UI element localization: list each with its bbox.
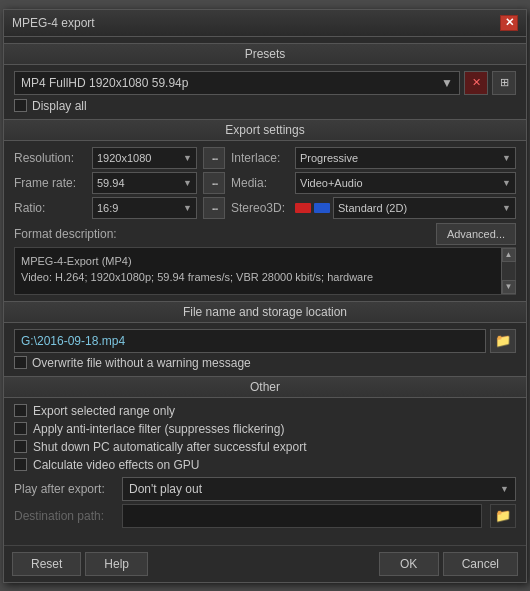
frame-rate-more-button[interactable]: ··· [203,172,225,194]
cancel-button[interactable]: Cancel [443,552,518,576]
file-location-section-header: File name and storage location [4,301,526,323]
ratio-label: Ratio: [14,201,86,215]
display-all-row: Display all [14,99,516,113]
resolution-more-button[interactable]: ··· [203,147,225,169]
delete-preset-button[interactable]: ✕ [464,71,488,95]
resolution-label: Resolution: [14,151,86,165]
frame-rate-dropdown[interactable]: 59.94 ▼ [92,172,197,194]
overwrite-row: Overwrite file without a warning message [14,356,516,370]
other-options: Export selected range only Apply anti-in… [14,404,516,472]
resolution-dropdown[interactable]: 1920x1080 ▼ [92,147,197,169]
dest-path-label: Destination path: [14,509,114,523]
presets-section-header: Presets [4,43,526,65]
interlace-dropdown[interactable]: Progressive ▼ [295,147,516,169]
ratio-more-button[interactable]: ··· [203,197,225,219]
stereo3d-dropdown[interactable]: Standard (2D) ▼ [333,197,516,219]
presets-row: MP4 FullHD 1920x1080 59.94p ▼ ✕ ⊞ [14,71,516,95]
option-row-4: Calculate video effects on GPU [14,458,516,472]
format-desc-row: Format description: Advanced... [14,223,516,245]
interlace-value: Progressive [300,152,358,164]
export-settings-section-header: Export settings [4,119,526,141]
option-row-2: Apply anti-interlace filter (suppresses … [14,422,516,436]
play-after-value: Don't play out [129,482,202,496]
ratio-value: 16:9 [97,202,118,214]
export-range-checkbox[interactable] [14,404,27,417]
preset-value: MP4 FullHD 1920x1080 59.94p [21,76,188,90]
play-after-row: Play after export: Don't play out ▼ [14,477,516,501]
play-after-arrow: ▼ [500,484,509,494]
shutdown-label: Shut down PC automatically after success… [33,440,306,454]
close-button[interactable]: ✕ [500,15,518,31]
file-path-input[interactable] [14,329,486,353]
frame-rate-arrow: ▼ [183,178,192,188]
export-range-label: Export selected range only [33,404,175,418]
play-after-label: Play after export: [14,482,114,496]
shutdown-checkbox[interactable] [14,440,27,453]
footer-buttons: Reset Help OK Cancel [4,545,526,582]
ratio-arrow: ▼ [183,203,192,213]
scroll-down-arrow[interactable]: ▼ [502,280,516,294]
play-after-dropdown[interactable]: Don't play out ▼ [122,477,516,501]
media-label: Media: [231,176,289,190]
file-location-row: 📁 [14,329,516,353]
window-title: MPEG-4 export [12,16,95,30]
gpu-effects-checkbox[interactable] [14,458,27,471]
format-desc-label: Format description: [14,227,117,241]
option-row-3: Shut down PC automatically after success… [14,440,516,454]
option-row-1: Export selected range only [14,404,516,418]
gpu-effects-label: Calculate video effects on GPU [33,458,200,472]
desc-scrollbar[interactable]: ▲ ▼ [501,248,515,294]
ok-button[interactable]: OK [379,552,439,576]
footer-left-buttons: Reset Help [12,552,148,576]
display-all-label: Display all [32,99,87,113]
main-window: MPEG-4 export ✕ Presets MP4 FullHD 1920x… [3,9,527,583]
media-value: Video+Audio [300,177,363,189]
interlace-arrow: ▼ [502,153,511,163]
resolution-value: 1920x1080 [97,152,151,164]
preset-dropdown-arrow: ▼ [441,76,453,90]
title-bar: MPEG-4 export ✕ [4,10,526,37]
format-desc-text: MPEG-4-Export (MP4) Video: H.264; 1920x1… [21,253,509,286]
stereo3d-label: Stereo3D: [231,201,289,215]
stereo-red-icon [295,203,311,213]
stereo3d-arrow: ▼ [502,203,511,213]
dest-path-input[interactable] [122,504,482,528]
browse-folder-button[interactable]: 📁 [490,329,516,353]
help-button[interactable]: Help [85,552,148,576]
frame-rate-value: 59.94 [97,177,125,189]
scroll-up-arrow[interactable]: ▲ [502,248,516,262]
stereo-blue-icon [314,203,330,213]
advanced-button[interactable]: Advanced... [436,223,516,245]
preset-icon-button[interactable]: ⊞ [492,71,516,95]
display-all-checkbox[interactable] [14,99,27,112]
anti-interlace-checkbox[interactable] [14,422,27,435]
footer-right-buttons: OK Cancel [379,552,518,576]
media-dropdown[interactable]: Video+Audio ▼ [295,172,516,194]
resolution-arrow: ▼ [183,153,192,163]
dest-path-row: Destination path: 📁 [14,504,516,528]
other-section-header: Other [4,376,526,398]
ratio-dropdown[interactable]: 16:9 ▼ [92,197,197,219]
overwrite-checkbox[interactable] [14,356,27,369]
frame-rate-label: Frame rate: [14,176,86,190]
anti-interlace-label: Apply anti-interlace filter (suppresses … [33,422,284,436]
media-arrow: ▼ [502,178,511,188]
stereo3d-value: Standard (2D) [338,202,407,214]
format-description-box: MPEG-4-Export (MP4) Video: H.264; 1920x1… [14,247,516,295]
preset-dropdown[interactable]: MP4 FullHD 1920x1080 59.94p ▼ [14,71,460,95]
reset-button[interactable]: Reset [12,552,81,576]
overwrite-label: Overwrite file without a warning message [32,356,251,370]
dest-browse-button[interactable]: 📁 [490,504,516,528]
interlace-label: Interlace: [231,151,289,165]
